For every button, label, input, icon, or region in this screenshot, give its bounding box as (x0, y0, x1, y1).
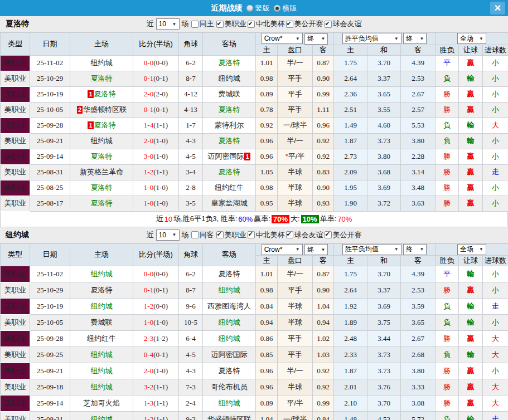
corners-cell: 4-12 (179, 86, 203, 102)
league-filters: 美职业中北美杯球会友谊美公开赛 (216, 230, 362, 240)
score-cell: 1-2(1-1) (133, 164, 179, 180)
team-section-charlotte: 夏洛特 近 10▼ 场 同主 美职业中北美杯美公开赛球会友谊 (0, 16, 508, 227)
score-cell: 1-2(0-0) (133, 299, 179, 315)
league-filter[interactable]: 球会友谊 (286, 230, 323, 240)
league-filter[interactable]: 中北美杯 (248, 19, 285, 29)
result-wdl-cell: 平 (436, 266, 459, 282)
avg-draw-cell: 3.80 (367, 149, 401, 164)
layout-horizontal-option[interactable]: 横版 (274, 3, 297, 13)
avg-group-header: 胜平负均值▼ 终▼ (334, 33, 436, 45)
odds-group-header: Crow*▼ 终▼ (256, 243, 334, 256)
handicap-cell: 平/半 (278, 395, 313, 412)
league-filter[interactable]: 美公开赛 (325, 230, 362, 240)
match-row: 美职业25-10-29夏洛特0-1(0-1)8-7纽约城0.98平手0.902.… (1, 282, 508, 299)
avg-home-cell: 2.01 (334, 379, 367, 395)
avg-home-cell: 2.51 (334, 102, 367, 118)
horizontal-radio-icon[interactable] (274, 5, 280, 12)
avg-away-cell: 4.39 (401, 55, 436, 71)
league-filter[interactable]: 中北美杯 (248, 230, 285, 240)
recent-count-select[interactable]: 10▼ (156, 18, 180, 30)
avg-home-cell: 2.64 (334, 282, 367, 299)
league-checkbox[interactable] (248, 21, 255, 28)
col-header-away: 客场 (203, 243, 256, 266)
score-cell: 0-4(0-1) (133, 347, 179, 363)
avg-away-cell: 2.53 (401, 71, 436, 86)
result-wdl-cell: 勝 (436, 180, 459, 196)
same-venue-filter[interactable]: 同主 (191, 19, 214, 29)
result-goals-cell: 大 (483, 118, 508, 133)
result-handicap-cell: 贏 (459, 102, 483, 118)
odds-company-select[interactable]: Crow*▼ (262, 33, 303, 44)
same-venue-filter[interactable]: 同客 (191, 230, 214, 240)
odds-time-select[interactable]: 终▼ (304, 244, 328, 255)
league-cell: 美职业 (1, 180, 30, 196)
avg-time-select[interactable]: 终▼ (403, 33, 427, 44)
vertical-radio-icon[interactable] (246, 5, 253, 12)
result-scope-select[interactable]: 全场▼ (457, 244, 486, 255)
handicap-cell: 一/球半 (278, 412, 313, 420)
result-handicap-cell: 輸 (459, 118, 483, 133)
home-team-cell: 夏洛特 (70, 180, 133, 196)
avg-type-select[interactable]: 胜平负均值▼ (342, 244, 401, 255)
avg-type-select[interactable]: 胜平负均值▼ (342, 33, 401, 44)
avg-draw-cell: 3.55 (367, 102, 401, 118)
league-filter[interactable]: 美职业 (216, 19, 246, 29)
layout-vertical-option[interactable]: 竖版 (246, 3, 270, 13)
result-wdl-cell: 負 (436, 347, 459, 363)
home-team-cell: 1夏洛特 (70, 118, 133, 133)
league-checkbox[interactable] (286, 21, 293, 28)
corners-cell: 7-3 (179, 379, 203, 395)
match-row: 美职业25-08-31新英格兰革命1-2(1-1)3-4夏洛特1.05半球0.8… (1, 164, 508, 180)
result-wdl-cell: 勝 (436, 331, 459, 347)
subcol-avg-home: 主 (334, 45, 367, 55)
summary-segment: 10% (301, 215, 319, 223)
result-group-header: 全场▼ (436, 243, 508, 256)
avg-draw-cell: 4.53 (367, 412, 401, 420)
league-filter[interactable]: 美职业 (216, 230, 246, 240)
result-handicap-cell: 輸 (459, 71, 483, 86)
odds-company-select[interactable]: Crow*▼ (262, 244, 303, 255)
date-cell: 25-09-14 (30, 149, 70, 164)
result-goals-cell: 小 (483, 86, 508, 102)
home-team-cell: 纽约城 (70, 379, 133, 395)
league-filter[interactable]: 球会友谊 (325, 19, 362, 29)
odds-away-cell: 1.11 (313, 102, 334, 118)
result-goals-cell: 小 (483, 133, 508, 149)
odds-time-select[interactable]: 终▼ (304, 33, 328, 45)
odds-home-cell: 0.89 (256, 395, 278, 412)
home-team-cell: 纽约红牛 (70, 331, 133, 347)
league-checkbox[interactable] (248, 231, 255, 238)
recent-count-select[interactable]: 10▼ (156, 229, 180, 241)
avg-home-cell: 1.90 (334, 196, 367, 211)
same-venue-checkbox[interactable] (191, 21, 199, 28)
date-cell: 25-10-19 (30, 299, 70, 315)
result-wdl-cell: 勝 (436, 196, 459, 211)
league-filter[interactable]: 美公开赛 (286, 19, 323, 29)
avg-away-cell: 2.28 (401, 149, 436, 164)
close-icon[interactable]: ✕ (490, 2, 505, 14)
match-row: 美职业25-10-052华盛顿特区联0-1(0-1)4-13夏洛特0.78平手1… (1, 102, 508, 118)
titlebar: 近期战绩 竖版 横版 ✕ (0, 0, 508, 16)
score-cell: 0-1(0-1) (133, 102, 179, 118)
col-header-type: 类型 (1, 33, 30, 56)
result-scope-select[interactable]: 全场▼ (457, 33, 486, 44)
away-team-cell: 夏洛特 (203, 55, 256, 71)
result-goals-cell: 小 (483, 266, 508, 282)
col-header-score: 比分(半场) (133, 243, 179, 266)
home-team-cell: 1夏洛特 (70, 86, 133, 102)
summary-segment: 赢率: (254, 214, 270, 224)
score-cell: 1-4(1-1) (133, 118, 179, 133)
avg-away-cell: 4.39 (401, 266, 436, 282)
league-checkbox[interactable] (216, 21, 224, 28)
away-team-cell: 迈阿密国际1 (203, 149, 256, 164)
result-goals-cell: 小 (483, 315, 508, 331)
league-checkbox[interactable] (325, 231, 332, 238)
same-venue-checkbox[interactable] (191, 231, 199, 238)
avg-draw-cell: 3.69 (367, 180, 401, 196)
subcol-avg-away: 客 (401, 256, 436, 266)
league-checkbox[interactable] (216, 231, 224, 238)
avg-time-select[interactable]: 终▼ (403, 244, 427, 255)
league-checkbox[interactable] (325, 21, 332, 28)
avg-draw-cell: 3.75 (367, 315, 401, 331)
league-checkbox[interactable] (286, 231, 293, 238)
